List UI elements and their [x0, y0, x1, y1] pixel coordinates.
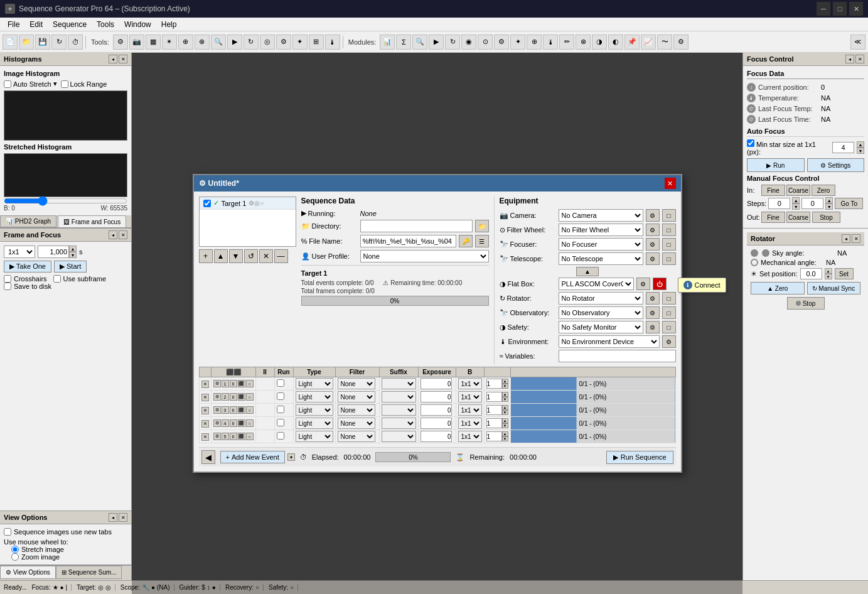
exposure-up-button[interactable]: ▲	[69, 246, 77, 252]
observatory-connect-button[interactable]: □	[662, 306, 676, 319]
take-one-button[interactable]: ▶ Take One	[4, 261, 51, 273]
binning-spinbox[interactable]: 1x1 2x2	[4, 246, 35, 258]
observatory-settings-button[interactable]: ⚙	[646, 306, 660, 319]
row3-binning-select[interactable]: 1x1	[458, 404, 482, 416]
vo-pin-button[interactable]: ◂	[109, 513, 117, 522]
steps-val-up[interactable]: ▲	[825, 197, 833, 203]
menu-tools[interactable]: Tools	[92, 19, 119, 30]
focuser-select[interactable]: No Focuser	[559, 238, 643, 251]
row3-filter-select[interactable]: None	[338, 404, 375, 416]
row3-pause-btn[interactable]: II	[230, 406, 237, 414]
environment-select[interactable]: No Environment Device	[559, 335, 660, 348]
row5-frames-input[interactable]	[486, 431, 502, 441]
filter-settings-button[interactable]: ⚙	[646, 224, 660, 236]
toolbar-save[interactable]: 💾	[35, 35, 50, 50]
row3-remove-button[interactable]: ✕	[201, 407, 209, 414]
telescope-settings-button[interactable]: ⚙	[646, 252, 660, 265]
toolbar-module-1[interactable]: 📊	[380, 35, 395, 50]
toolbar-module-19[interactable]: ⚙	[673, 35, 689, 50]
row4-settings-btn[interactable]: ⚙	[213, 419, 221, 427]
toolbar-module-15[interactable]: ◐	[608, 35, 623, 50]
row5-filter-select[interactable]: None	[338, 431, 375, 442]
row4-circle-btn[interactable]: ○	[246, 419, 254, 427]
row1-pause-button[interactable]: II	[230, 380, 237, 387]
toolbar-tool-4[interactable]: ✴	[162, 35, 177, 50]
toolbar-module-16[interactable]: 📌	[624, 35, 640, 50]
row3-circle-btn[interactable]: ○	[246, 406, 254, 414]
environment-settings-button[interactable]: ⚙	[662, 335, 676, 348]
row2-exposure-input[interactable]	[421, 391, 452, 402]
rotator-zero-button[interactable]: ▲ Zero	[751, 282, 805, 294]
steps-input[interactable]	[768, 198, 790, 209]
toolbar-module-4[interactable]: ▶	[429, 35, 444, 50]
row5-settings-btn[interactable]: ⚙	[213, 433, 221, 440]
toolbar-module-2[interactable]: Σ	[396, 35, 411, 50]
row2-filter-select[interactable]: None	[338, 391, 375, 402]
steps-down[interactable]: ▼	[792, 203, 800, 210]
toolbar-module-7[interactable]: ⊙	[478, 35, 493, 50]
toolbar-module-14[interactable]: ◑	[592, 35, 607, 50]
camera-select[interactable]: No Camera	[559, 209, 643, 222]
toolbar-module-8[interactable]: ⚙	[494, 35, 509, 50]
maximize-button[interactable]: □	[833, 2, 847, 16]
rotator-stop-button[interactable]: Stop	[787, 297, 825, 310]
row2-frames-up[interactable]: ▲	[502, 392, 508, 397]
min-star-up[interactable]: ▲	[857, 141, 864, 148]
toolbar-module-6[interactable]: ◉	[461, 35, 476, 50]
row1-suffix-select[interactable]	[382, 378, 416, 389]
row4-filter-select[interactable]: None	[338, 418, 375, 429]
steps-up[interactable]: ▲	[792, 197, 800, 203]
focuser-settings-button[interactable]: ⚙	[646, 238, 660, 251]
row3-suffix-select[interactable]	[382, 404, 416, 416]
observatory-select[interactable]: No Observatory	[559, 306, 643, 319]
row4-frames-up[interactable]: ▲	[502, 418, 508, 423]
delete-target-button[interactable]: ✕	[259, 249, 273, 263]
toolbar-tool-12[interactable]: ✦	[292, 35, 308, 50]
row3-frames-up[interactable]: ▲	[502, 405, 508, 410]
safety-settings-button[interactable]: ⚙	[646, 321, 660, 333]
auto-stretch-checkbox[interactable]	[4, 80, 11, 88]
prev-event-button[interactable]: ◀	[201, 450, 215, 464]
row4-suffix-select[interactable]	[382, 418, 416, 429]
toolbar-tool-1[interactable]: ⚙	[113, 35, 128, 50]
ff-close-button[interactable]: ✕	[119, 230, 127, 239]
toolbar-module-17[interactable]: 📈	[641, 35, 656, 50]
row2-extra-btn[interactable]: ⬛	[238, 393, 245, 401]
row4-exposure-input[interactable]	[421, 418, 452, 429]
target-1-checkbox[interactable]	[203, 200, 211, 207]
toolbar-new[interactable]: 📄	[3, 35, 18, 50]
row2-run-checkbox[interactable]	[277, 392, 284, 400]
safety-connect-button[interactable]: □	[662, 321, 676, 333]
row5-suffix-select[interactable]	[382, 431, 416, 442]
row1-frames-down[interactable]: ▼	[502, 384, 508, 389]
add-new-event-button[interactable]: + Add New Event	[220, 451, 285, 463]
add-event-dropdown-button[interactable]: ▾	[287, 453, 295, 461]
row1-type-select[interactable]: LightDarkFlatBias	[296, 378, 333, 389]
row4-remove-button[interactable]: ✕	[201, 420, 209, 428]
exposure-spinbox[interactable]: ▲ ▼	[38, 246, 77, 258]
toolbar-module-13[interactable]: ⊗	[576, 35, 591, 50]
row2-suffix-select[interactable]	[382, 391, 416, 402]
row5-binning-select[interactable]: 1x1	[458, 431, 482, 442]
min-star-down[interactable]: ▼	[857, 148, 864, 154]
move-up-target-button[interactable]: ▲	[214, 249, 228, 263]
toolbar-refresh[interactable]: ↻	[51, 35, 67, 50]
set-pos-down[interactable]: ▼	[825, 274, 832, 279]
row4-type-select[interactable]: Light	[296, 418, 333, 429]
rotator-connect-button[interactable]: □	[662, 292, 676, 305]
row1-frames-input[interactable]	[486, 379, 502, 389]
seq-tabs-checkbox[interactable]	[4, 528, 11, 536]
tab-frame-focus[interactable]: 🖼 Frame and Focus	[58, 215, 126, 227]
row4-frames-input[interactable]	[486, 418, 502, 428]
row5-exposure-input[interactable]	[421, 431, 452, 442]
exposure-down-button[interactable]: ▼	[69, 252, 77, 258]
toolbar-tool-7[interactable]: 🔍	[211, 35, 226, 50]
row2-circle-btn[interactable]: ○	[246, 393, 254, 401]
rot-close-button[interactable]: ✕	[852, 234, 860, 243]
rotator-select[interactable]: No Rotator	[559, 292, 643, 305]
in-coarse-button[interactable]: Coarse	[786, 185, 810, 196]
filter-wheel-select[interactable]: No Filter Wheel	[559, 224, 643, 236]
rotator-settings-button[interactable]: ⚙	[646, 292, 660, 305]
toolbar-module-10[interactable]: ⊕	[527, 35, 542, 50]
directory-browse-button[interactable]: 📁	[475, 220, 489, 232]
